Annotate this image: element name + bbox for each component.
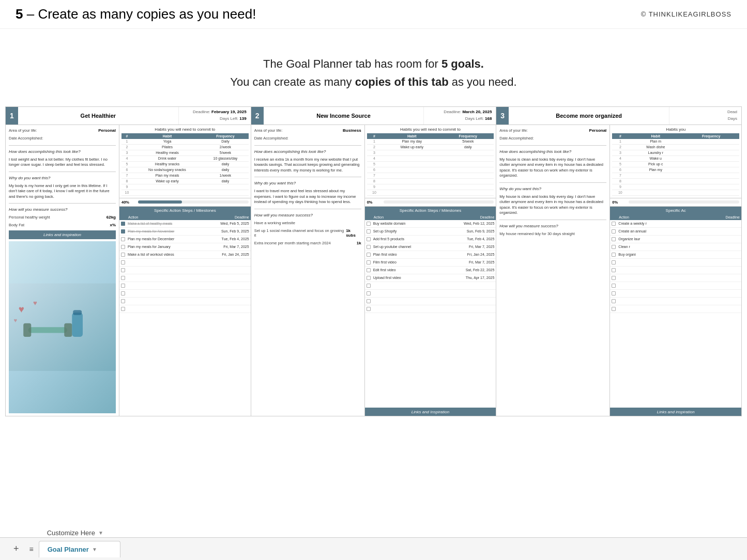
action-date: Sun, Feb 9, 2025 (465, 229, 496, 234)
title-text: Create as many copies as you need! (38, 6, 256, 22)
links-section: Links and Inspiration (365, 408, 496, 416)
action-checkbox[interactable] (610, 298, 617, 305)
action-row (365, 282, 496, 290)
action-row (119, 305, 251, 313)
action-row (119, 282, 251, 290)
action-col-header: Action (617, 214, 700, 220)
tab-item-12-month-calendar[interactable]: 12 Month Calendar▼ (39, 557, 120, 561)
action-text: Buy organi (617, 252, 738, 257)
area-row: Area of your life: Business (254, 128, 361, 133)
action-row: Plan my meals for January Fri, Mar 7, 20… (119, 243, 251, 251)
habit-row: 7 Plan my meals 1/week (121, 173, 249, 178)
action-text: Organize laur (617, 237, 738, 242)
action-checkbox[interactable] (119, 267, 127, 274)
action-checkbox[interactable] (119, 305, 127, 313)
measure-row: Set up 1 social media channel and focus … (254, 228, 361, 238)
action-checkbox[interactable] (610, 267, 617, 274)
action-text: Plan my meals for January (127, 244, 222, 250)
action-date (493, 285, 496, 286)
chevron-down-icon: ▼ (92, 547, 97, 552)
action-checkbox[interactable] (365, 267, 372, 274)
action-date: Fri, Jan 24, 2025 (466, 252, 496, 257)
svg-rect-2 (23, 323, 31, 337)
date-row: Date Accomplished: (9, 136, 116, 141)
action-checkbox[interactable] (610, 305, 617, 313)
add-tab-button[interactable]: + (8, 543, 24, 554)
action-checkbox[interactable] (119, 290, 127, 297)
action-date (248, 292, 251, 294)
action-date (248, 261, 251, 263)
inspiration-image: ♥ ♥ ♥ (9, 241, 116, 413)
how-text: I lost weight and feel a lot better. My … (9, 157, 116, 168)
action-checkbox[interactable] (119, 282, 127, 289)
why-text: I want to travel more and feel less stre… (254, 189, 361, 205)
action-row (610, 274, 741, 282)
action-checkbox[interactable] (610, 274, 617, 282)
progress-bar (384, 200, 494, 204)
action-checkbox[interactable] (365, 290, 372, 297)
habits-section: Habits you will need to commit to # Habi… (119, 125, 251, 198)
date-row: Date Accomplished: (254, 136, 361, 141)
tab-item-goal-planner[interactable]: Goal Planner▼ (39, 541, 120, 557)
action-text: Plan my meals for December (127, 237, 220, 242)
card-right-panel: Habits you # Habit Frequency 1 Plan m 2 … (610, 125, 741, 416)
habits-table: # Habit Frequency 1 Plan my day 5/week 2… (367, 133, 494, 196)
action-checkbox[interactable] (610, 259, 617, 266)
card-header: 1 Get Healthier Deadline: February 19, 2… (6, 107, 251, 125)
measure-label: How will you measure success? (499, 224, 606, 228)
action-text (372, 285, 493, 286)
tab-item-customize-here[interactable]: Customize Here▼ (39, 525, 120, 541)
action-checkbox[interactable] (365, 282, 372, 289)
action-checkbox[interactable] (119, 259, 127, 266)
action-checkbox[interactable] (610, 251, 617, 258)
progress-section: 40% (119, 198, 251, 207)
action-checkbox[interactable] (610, 282, 617, 289)
action-checkbox[interactable] (119, 236, 127, 243)
action-checkbox[interactable] (365, 251, 372, 258)
action-checkbox[interactable] (610, 290, 617, 297)
habit-row: 3 Healthy meals 5/week (121, 150, 249, 155)
card-left-panel: Area of your life: Personal Date Accompl… (6, 125, 119, 416)
actions-header: Specific Ac (610, 207, 741, 214)
action-row (610, 298, 741, 305)
measure-row: Have a working website (254, 221, 361, 225)
action-date (738, 285, 741, 286)
habit-row: 1 Plan my day 5/week (367, 139, 494, 145)
why-text: My body is my home and I only get one in… (9, 183, 116, 200)
planner-card-2: 2 New Income Source Deadline: March 20, … (251, 106, 497, 416)
habit-row: 6 Plan my (612, 167, 739, 173)
action-checkbox[interactable] (365, 243, 372, 251)
svg-rect-1 (28, 328, 67, 333)
action-date: Sun, Feb 9, 2025 (220, 229, 251, 234)
action-checkbox[interactable] (610, 220, 617, 227)
action-checkbox[interactable] (365, 305, 372, 313)
action-checkbox[interactable] (365, 236, 372, 243)
action-checkbox[interactable] (610, 228, 617, 235)
date-row: Date Accomplished: (499, 136, 606, 141)
action-checkbox[interactable] (119, 251, 127, 258)
action-row: Buy organi (610, 251, 741, 259)
action-row (610, 305, 741, 313)
action-checkbox-checked[interactable] (119, 228, 127, 235)
habit-row: 7 (612, 173, 739, 178)
action-checkbox[interactable] (365, 259, 372, 266)
menu-button[interactable]: ≡ (24, 545, 39, 553)
measure-row: My house remained tidy for 30 days strai… (499, 231, 606, 236)
action-text: Set up Shopify (372, 229, 465, 234)
action-checkbox[interactable] (119, 274, 127, 282)
action-checkbox[interactable] (365, 228, 372, 235)
progress-label: 40% (121, 200, 136, 205)
action-checkbox[interactable] (119, 298, 127, 305)
action-text: Set up youtube channel (372, 244, 467, 250)
action-checkbox-checked[interactable] (119, 220, 127, 227)
action-checkbox[interactable] (610, 236, 617, 243)
action-checkbox[interactable] (365, 274, 372, 282)
action-row (610, 290, 741, 298)
cards-container: 1 Get Healthier Deadline: February 19, 2… (0, 106, 747, 416)
action-checkbox[interactable] (610, 243, 617, 251)
action-text: Add first 5 products (372, 237, 466, 242)
action-checkbox[interactable] (119, 243, 127, 251)
card-number: 3 (496, 107, 509, 125)
action-checkbox[interactable] (365, 220, 372, 227)
action-checkbox[interactable] (365, 298, 372, 305)
